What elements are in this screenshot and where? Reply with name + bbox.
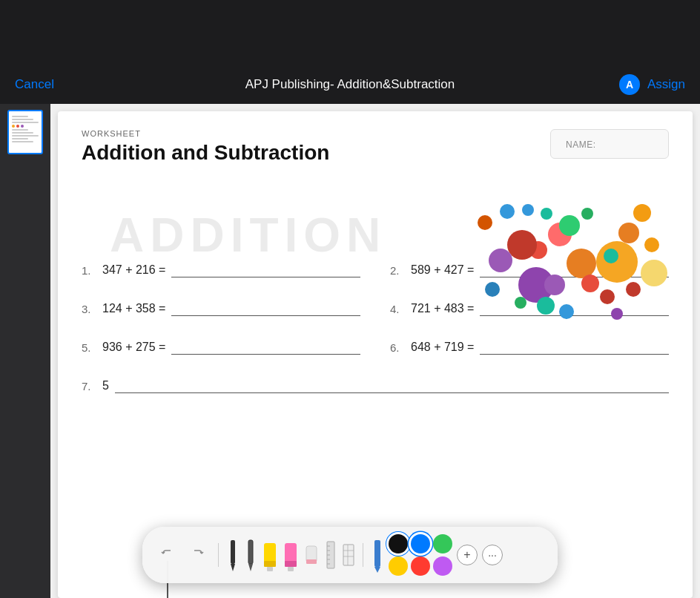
sidebar-thumbnail[interactable]: [7, 110, 43, 154]
worksheet-title: Addition and Subtraction: [82, 141, 329, 165]
answer-line: [171, 340, 360, 355]
sidebar: [0, 104, 50, 598]
svg-rect-7: [285, 543, 297, 564]
problem-number: 2.: [390, 264, 408, 277]
pen-tool-1[interactable]: [226, 536, 240, 574]
svg-rect-18: [343, 545, 354, 565]
problem-number: 7.: [82, 380, 99, 392]
bubble-dot: [567, 249, 596, 278]
highlighter-yellow[interactable]: [262, 536, 278, 574]
bubble-dot: [537, 297, 555, 315]
problem-number: 4.: [390, 303, 408, 315]
undo-button[interactable]: [154, 542, 181, 568]
bubble-dot: [626, 282, 641, 297]
bubble-dot: [600, 289, 615, 304]
eraser-tool[interactable]: [303, 536, 320, 574]
bubble-dot: [544, 275, 565, 295]
bubble-dot: [485, 282, 500, 297]
bubble-dot: [541, 208, 552, 220]
bubble-dot: [596, 241, 638, 283]
bubble-dot: [559, 304, 574, 319]
svg-rect-5: [264, 561, 276, 567]
svg-rect-2: [248, 540, 253, 564]
more-options-button[interactable]: ···: [482, 545, 503, 565]
problem-number: 6.: [390, 341, 408, 354]
svg-marker-1: [231, 564, 235, 571]
bubble-dot: [489, 249, 512, 272]
problem-expression: 589 + 427 =: [411, 263, 474, 277]
grid-tool[interactable]: [342, 536, 355, 574]
svg-marker-3: [248, 564, 253, 571]
thumb-line: [12, 141, 33, 142]
problem-expression: 124 + 358 =: [102, 302, 165, 315]
bubble-dot: [618, 223, 639, 243]
problem-number: 1.: [82, 264, 99, 277]
worksheet-title-group: WORKSHEET Addition and Subtraction: [82, 129, 329, 165]
answer-line: [171, 263, 360, 277]
problem-expression: 936 + 275 =: [102, 341, 165, 354]
top-bar-inner: Cancel APJ Publishing- Addition&Subtract…: [15, 74, 685, 95]
name-box: NAME:: [550, 129, 669, 159]
pen-tool-2[interactable]: [244, 536, 257, 574]
problem: 5.936 + 275 =: [82, 340, 360, 355]
worksheet-label: WORKSHEET: [82, 129, 329, 138]
bubble-dot: [515, 297, 526, 309]
problem-expression: 721 + 483 =: [411, 302, 474, 315]
problem: 3.124 + 358 =: [82, 301, 360, 316]
thumb-dot: [12, 125, 15, 128]
problem-number: 5.: [82, 341, 99, 354]
dots-container: [485, 200, 678, 349]
worksheet-area: WORKSHEET Addition and Subtraction NAME:…: [50, 104, 700, 598]
answer-line: [115, 378, 669, 393]
bubble-dot: [644, 237, 659, 252]
thumb-dot: [16, 125, 19, 128]
thumb-line: [12, 116, 28, 117]
bubble-dot: [604, 249, 618, 263]
ruler-tool[interactable]: [324, 536, 337, 574]
problem: 7.5: [82, 378, 669, 393]
right-controls: A Assign: [619, 74, 685, 95]
color-swatch-3[interactable]: [389, 556, 408, 576]
thumb-line: [12, 129, 28, 131]
main-content: WORKSHEET Addition and Subtraction NAME:…: [0, 104, 700, 598]
color-swatches: [389, 534, 452, 576]
bubble-dot: [641, 260, 667, 286]
thumb-line: [12, 132, 33, 134]
svg-rect-4: [264, 543, 276, 564]
color-swatch-2[interactable]: [433, 534, 452, 553]
highlighter-pink[interactable]: [283, 536, 299, 574]
color-swatch-4[interactable]: [411, 556, 430, 576]
top-bar: Cancel APJ Publishing- Addition&Subtract…: [0, 0, 700, 104]
pen-tools-section: [226, 536, 355, 574]
problem-number: 3.: [82, 303, 99, 315]
worksheet-page: WORKSHEET Addition and Subtraction NAME:…: [58, 111, 693, 598]
redo-button[interactable]: [184, 542, 211, 568]
undo-redo-section: [154, 542, 211, 568]
color-swatch-1[interactable]: [411, 534, 430, 553]
bubble-dot: [581, 275, 599, 292]
problem-expression: 347 + 216 =: [102, 263, 165, 277]
thumb-line: [12, 119, 33, 120]
svg-rect-9: [288, 567, 294, 571]
color-swatch-0[interactable]: [389, 534, 408, 553]
bubble-dot: [507, 230, 537, 260]
cancel-button[interactable]: Cancel: [15, 77, 54, 92]
assign-button[interactable]: Assign: [647, 77, 685, 92]
svg-rect-6: [267, 567, 273, 571]
problem-row: 7.5: [82, 378, 669, 393]
svg-rect-0: [231, 540, 235, 564]
drawing-toolbar: + ···: [142, 527, 558, 583]
svg-rect-22: [374, 540, 380, 567]
color-swatch-5[interactable]: [433, 556, 452, 576]
bubble-dot: [500, 204, 515, 219]
svg-rect-8: [285, 561, 297, 567]
problem-expression: 648 + 719 =: [411, 341, 474, 354]
problem: 1.347 + 216 =: [82, 263, 360, 277]
answer-line: [171, 301, 360, 316]
avatar: A: [619, 74, 640, 95]
stylus-tool[interactable]: [371, 536, 384, 574]
page-title: APJ Publishing- Addition&Subtraction: [245, 77, 455, 92]
svg-marker-23: [374, 567, 380, 573]
divider-1: [218, 543, 219, 567]
add-color-button[interactable]: +: [457, 545, 478, 565]
